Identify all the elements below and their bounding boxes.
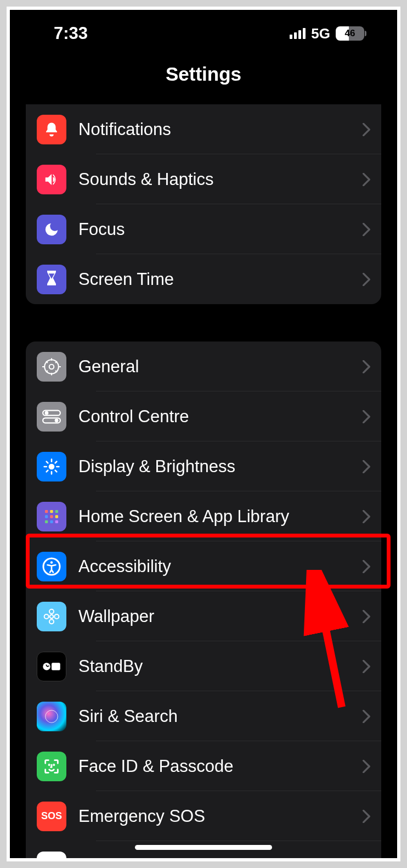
speaker-icon bbox=[37, 165, 66, 194]
svg-point-21 bbox=[44, 614, 49, 619]
gear-icon bbox=[37, 352, 66, 382]
chevron-right-icon bbox=[363, 560, 370, 573]
status-right: 5G 46 bbox=[290, 25, 364, 42]
row-label: Display & Brightness bbox=[78, 457, 363, 477]
row-home-screen[interactable]: Home Screen & App Library bbox=[26, 491, 381, 541]
standby-icon bbox=[37, 652, 66, 681]
row-control-centre[interactable]: Control Centre bbox=[26, 391, 381, 441]
row-general[interactable]: General bbox=[26, 341, 381, 391]
row-face-id-passcode[interactable]: Face ID & Passcode bbox=[26, 741, 381, 791]
row-emergency-sos[interactable]: SOS Emergency SOS bbox=[26, 791, 381, 841]
svg-point-19 bbox=[49, 609, 54, 613]
svg-rect-12 bbox=[55, 515, 58, 518]
row-focus[interactable]: Focus bbox=[26, 204, 381, 254]
svg-point-23 bbox=[43, 663, 50, 670]
row-label: General bbox=[78, 357, 363, 377]
moon-icon bbox=[37, 215, 66, 244]
chevron-right-icon bbox=[363, 273, 370, 286]
svg-point-18 bbox=[50, 614, 54, 618]
settings-group-1: Notifications Sounds & Haptics Focus bbox=[26, 104, 381, 304]
svg-rect-10 bbox=[45, 515, 48, 518]
chevron-right-icon bbox=[363, 760, 370, 773]
siri-icon bbox=[37, 702, 66, 731]
sos-icon: SOS bbox=[37, 802, 66, 831]
row-sounds-haptics[interactable]: Sounds & Haptics bbox=[26, 154, 381, 204]
status-bar: 7:33 5G 46 bbox=[10, 10, 397, 38]
sun-icon bbox=[37, 452, 66, 481]
chevron-right-icon bbox=[363, 710, 370, 723]
hourglass-icon bbox=[37, 265, 66, 294]
face-id-icon bbox=[37, 752, 66, 781]
toggles-icon bbox=[37, 402, 66, 432]
svg-rect-11 bbox=[50, 515, 53, 518]
row-wallpaper[interactable]: Wallpaper bbox=[26, 591, 381, 641]
exposure-icon bbox=[37, 852, 66, 859]
svg-rect-8 bbox=[50, 510, 53, 513]
signal-icon bbox=[290, 28, 306, 39]
chevron-right-icon bbox=[363, 810, 370, 823]
settings-group-2: General Control Centre Display & Brigh bbox=[26, 341, 381, 858]
accessibility-icon bbox=[37, 552, 66, 581]
row-label: StandBy bbox=[78, 657, 363, 676]
svg-point-20 bbox=[49, 619, 54, 624]
svg-point-25 bbox=[46, 710, 58, 723]
grid-icon bbox=[37, 502, 66, 531]
row-label: Notifications bbox=[78, 120, 363, 139]
row-accessibility[interactable]: Accessibility bbox=[26, 541, 381, 591]
chevron-right-icon bbox=[363, 410, 370, 423]
chevron-right-icon bbox=[363, 460, 370, 473]
chevron-right-icon bbox=[363, 510, 370, 523]
home-indicator[interactable] bbox=[135, 845, 272, 850]
row-standby[interactable]: StandBy bbox=[26, 641, 381, 691]
chevron-right-icon bbox=[363, 123, 370, 136]
svg-point-6 bbox=[49, 463, 55, 469]
row-label: Siri & Search bbox=[78, 707, 363, 726]
page-title: Settings bbox=[10, 63, 397, 85]
svg-rect-7 bbox=[45, 510, 48, 513]
chevron-right-icon bbox=[363, 610, 370, 623]
row-display-brightness[interactable]: Display & Brightness bbox=[26, 441, 381, 491]
screenshot-frame: 7:33 5G 46 Settings Notifications bbox=[7, 7, 400, 861]
chevron-right-icon bbox=[363, 360, 370, 373]
chevron-right-icon bbox=[363, 223, 370, 236]
bell-icon bbox=[37, 115, 66, 144]
svg-point-26 bbox=[49, 764, 49, 765]
row-label: Focus bbox=[78, 220, 363, 239]
row-label: Home Screen & App Library bbox=[78, 507, 363, 527]
status-time: 7:33 bbox=[54, 24, 88, 43]
row-label: Sounds & Haptics bbox=[78, 170, 363, 189]
nav-header: Settings bbox=[10, 38, 397, 104]
battery-icon: 46 bbox=[336, 26, 364, 41]
svg-point-5 bbox=[55, 418, 59, 422]
device-screen: 7:33 5G 46 Settings Notifications bbox=[10, 10, 397, 858]
svg-rect-9 bbox=[55, 510, 58, 513]
svg-rect-15 bbox=[55, 520, 58, 523]
network-label: 5G bbox=[311, 25, 330, 42]
svg-point-17 bbox=[50, 561, 53, 564]
chevron-right-icon bbox=[363, 173, 370, 186]
svg-point-27 bbox=[54, 764, 54, 765]
row-label: Exposure Notifications bbox=[78, 856, 363, 859]
battery-level: 46 bbox=[345, 28, 355, 39]
row-siri-search[interactable]: Siri & Search bbox=[26, 691, 381, 741]
svg-point-22 bbox=[54, 614, 59, 619]
row-label: Wallpaper bbox=[78, 607, 363, 626]
svg-point-0 bbox=[49, 364, 54, 369]
flower-icon bbox=[37, 602, 66, 631]
row-label: Emergency SOS bbox=[78, 807, 363, 826]
chevron-right-icon bbox=[363, 660, 370, 673]
svg-rect-24 bbox=[52, 663, 60, 670]
row-label: Screen Time bbox=[78, 270, 363, 289]
row-label: Accessibility bbox=[78, 557, 363, 576]
row-label: Face ID & Passcode bbox=[78, 757, 363, 776]
row-notifications[interactable]: Notifications bbox=[26, 104, 381, 154]
row-label: Control Centre bbox=[78, 407, 363, 427]
svg-rect-14 bbox=[50, 520, 53, 523]
row-screen-time[interactable]: Screen Time bbox=[26, 254, 381, 304]
svg-point-3 bbox=[45, 411, 49, 415]
svg-rect-13 bbox=[45, 520, 48, 523]
